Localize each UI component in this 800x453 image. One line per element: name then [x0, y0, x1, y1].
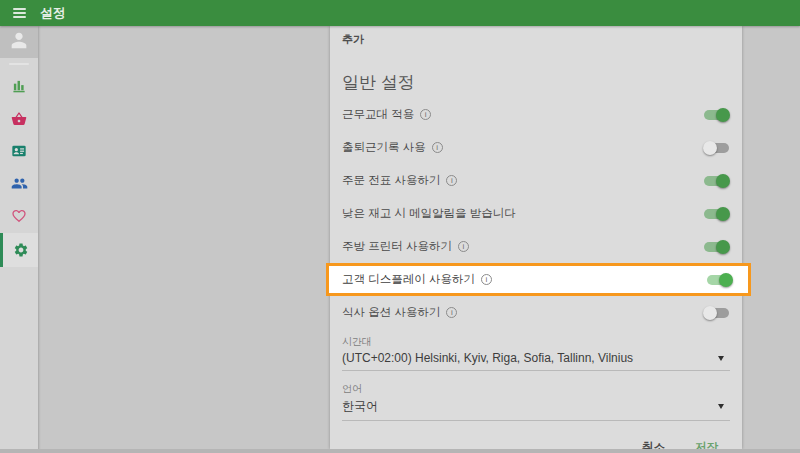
toggle-label: 출퇴근기록 사용 — [342, 140, 426, 155]
info-icon[interactable]: i — [458, 241, 469, 252]
sidebar-item-staff[interactable] — [0, 168, 38, 201]
toggle-row: 출퇴근기록 사용 i — [342, 131, 730, 164]
toggle-switch[interactable] — [703, 306, 730, 320]
window-bottom-edge — [0, 449, 800, 453]
switch-thumb — [703, 141, 717, 155]
switch-thumb — [716, 174, 730, 188]
info-icon[interactable]: i — [446, 307, 457, 318]
menu-icon[interactable] — [13, 6, 26, 20]
info-icon[interactable]: i — [432, 142, 443, 153]
toggle-row: 근무교대 적용 i — [342, 98, 730, 131]
topbar: 설정 — [0, 0, 800, 26]
toggle-row: 고객 디스플레이 사용하기 i — [326, 263, 751, 296]
toggle-switch[interactable] — [703, 108, 730, 122]
toggle-switch[interactable] — [703, 207, 730, 221]
sidebar — [0, 26, 38, 453]
language-dropdown[interactable]: 한국어 — [342, 395, 730, 421]
language-label: 언어 — [342, 383, 730, 395]
switch-thumb — [719, 273, 733, 287]
contact-card-icon — [11, 143, 27, 159]
sidebar-item-favorites[interactable] — [0, 200, 38, 233]
switch-thumb — [716, 108, 730, 122]
settings-panel: 추가 일반 설정 근무교대 적용 i 출퇴근기록 사용 i 주문 전 — [330, 26, 742, 449]
info-icon[interactable]: i — [481, 274, 492, 285]
toggle-label: 근무교대 적용 — [342, 107, 414, 122]
add-button[interactable]: 추가 — [342, 26, 730, 46]
dropdown-arrow-icon — [718, 404, 724, 409]
heart-icon — [11, 208, 27, 224]
toggle-row: 낮은 재고 시 메일알림을 받습니다 — [342, 197, 730, 230]
toggle-label: 주문 전표 사용하기 — [342, 173, 440, 188]
gear-icon — [13, 242, 29, 258]
timezone-value: (UTC+02:00) Helsinki, Kyiv, Riga, Sofia,… — [342, 351, 633, 365]
sidebar-item-products[interactable] — [0, 103, 38, 136]
sidebar-divider — [9, 63, 29, 65]
sidebar-item-stats[interactable] — [0, 70, 38, 103]
info-icon[interactable]: i — [446, 175, 457, 186]
sidebar-item-contacts[interactable] — [0, 135, 38, 168]
people-icon — [11, 175, 28, 192]
timezone-label: 시간대 — [342, 336, 730, 348]
switch-thumb — [716, 207, 730, 221]
toggle-row: 주방 프린터 사용하기 i — [342, 230, 730, 263]
language-value: 한국어 — [342, 398, 378, 415]
timezone-dropdown[interactable]: (UTC+02:00) Helsinki, Kyiv, Riga, Sofia,… — [342, 348, 730, 371]
toggle-row: 식사 옵션 사용하기 i — [342, 296, 730, 329]
timezone-select: 시간대 (UTC+02:00) Helsinki, Kyiv, Riga, So… — [342, 336, 730, 371]
toggle-list: 근무교대 적용 i 출퇴근기록 사용 i 주문 전표 사용하기 i — [342, 98, 730, 329]
switch-thumb — [716, 240, 730, 254]
toggle-label: 낮은 재고 시 메일알림을 받습니다 — [342, 206, 516, 221]
toggle-label: 주방 프린터 사용하기 — [342, 239, 452, 254]
toggle-label: 고객 디스플레이 사용하기 — [342, 272, 475, 287]
toggle-label: 식사 옵션 사용하기 — [342, 305, 440, 320]
dropdown-arrow-icon — [718, 356, 724, 361]
toggle-switch[interactable] — [706, 273, 733, 287]
bar-chart-icon — [12, 79, 27, 94]
page-title: 설정 — [40, 5, 66, 22]
toggle-switch[interactable] — [703, 240, 730, 254]
basket-icon — [11, 111, 27, 127]
person-icon — [8, 29, 30, 55]
toggle-row: 주문 전표 사용하기 i — [342, 164, 730, 197]
switch-thumb — [703, 306, 717, 320]
toggle-switch[interactable] — [703, 141, 730, 155]
language-select: 언어 한국어 — [342, 383, 730, 421]
avatar[interactable] — [0, 26, 38, 58]
toggle-switch[interactable] — [703, 174, 730, 188]
sidebar-item-settings[interactable] — [0, 233, 38, 267]
info-icon[interactable]: i — [420, 109, 431, 120]
section-heading: 일반 설정 — [342, 73, 730, 93]
